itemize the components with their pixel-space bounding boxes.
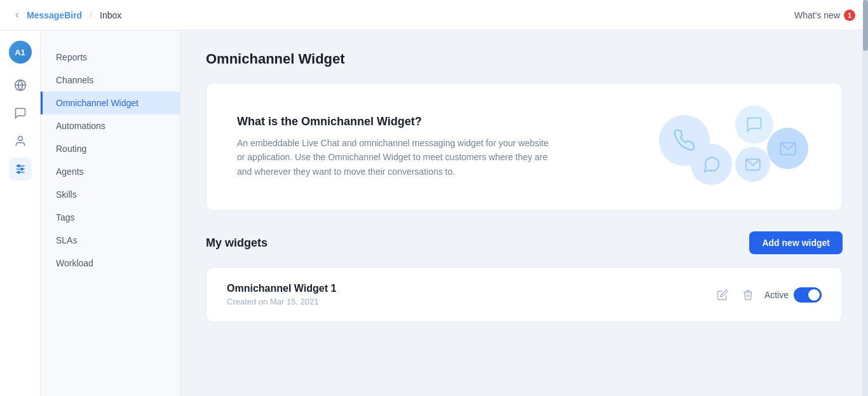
nav-item-channels[interactable]: Channels bbox=[41, 69, 180, 92]
whats-new-label: What's new bbox=[794, 10, 840, 20]
main-content: Omnichannel Widget What is the Omnichann… bbox=[180, 31, 868, 396]
sidebar-icon-person[interactable] bbox=[9, 130, 32, 153]
nav-item-slas[interactable]: SLAs bbox=[41, 229, 180, 252]
avatar[interactable]: A1 bbox=[9, 41, 32, 64]
sidebar-icon-chat[interactable] bbox=[9, 102, 32, 125]
scrollbar-track[interactable] bbox=[863, 0, 868, 396]
svg-point-8 bbox=[17, 171, 19, 173]
widget-created-date: Created on Mar 15, 2021 bbox=[227, 297, 336, 306]
hero-card: What is the Omnichannel Widget? An embed… bbox=[206, 83, 843, 211]
scrollbar-thumb[interactable] bbox=[863, 0, 868, 51]
nav-item-skills[interactable]: Skills bbox=[41, 183, 180, 206]
globe-icon bbox=[14, 79, 27, 92]
nav-item-workload[interactable]: Workload bbox=[41, 252, 180, 275]
email-icon bbox=[779, 140, 797, 158]
hero-description: An embeddable Live Chat and omnichannel … bbox=[237, 136, 555, 179]
add-new-widget-button[interactable]: Add new widget bbox=[749, 231, 843, 254]
whats-new-button[interactable]: What's new 1 bbox=[794, 10, 855, 21]
nav-sidebar: Reports Channels Omnichannel Widget Auto… bbox=[41, 31, 180, 396]
widget-card: Omnichannel Widget 1 Created on Mar 15, … bbox=[206, 267, 843, 322]
delete-widget-button[interactable] bbox=[739, 286, 757, 304]
edit-widget-button[interactable] bbox=[714, 286, 731, 304]
deco-chat-circle bbox=[735, 106, 773, 144]
nav-item-routing[interactable]: Routing bbox=[41, 137, 180, 160]
phone-icon bbox=[673, 129, 696, 152]
nav-item-reports[interactable]: Reports bbox=[41, 46, 180, 69]
back-button[interactable] bbox=[13, 11, 22, 20]
widget-name: Omnichannel Widget 1 bbox=[227, 283, 336, 294]
mail-icon bbox=[745, 156, 761, 173]
svg-point-6 bbox=[17, 165, 19, 167]
svg-point-2 bbox=[18, 137, 22, 141]
hero-text: What is the Omnichannel Widget? An embed… bbox=[237, 115, 555, 179]
hero-illustration bbox=[634, 109, 811, 185]
hero-title: What is the Omnichannel Widget? bbox=[237, 115, 555, 128]
nav-item-automations[interactable]: Automations bbox=[41, 114, 180, 137]
nav-item-omnichannel-widget[interactable]: Omnichannel Widget bbox=[41, 92, 180, 114]
chat-icon bbox=[14, 107, 27, 119]
nav-item-tags[interactable]: Tags bbox=[41, 206, 180, 229]
widget-actions: Active bbox=[714, 286, 822, 304]
svg-point-7 bbox=[20, 168, 22, 170]
nav-item-agents[interactable]: Agents bbox=[41, 160, 180, 183]
widgets-section-header: My widgets Add new widget bbox=[206, 231, 843, 254]
edit-icon bbox=[717, 289, 728, 301]
active-label: Active bbox=[764, 290, 789, 300]
chat-bubble-icon bbox=[745, 116, 763, 133]
page-title: Omnichannel Widget bbox=[206, 51, 843, 67]
widget-toggle[interactable] bbox=[794, 287, 822, 303]
sidebar-icon-globe[interactable] bbox=[9, 74, 32, 97]
whats-new-badge: 1 bbox=[844, 10, 855, 21]
sidebar-icon-settings[interactable] bbox=[9, 158, 32, 181]
topbar: MessageBird / Inbox What's new 1 bbox=[0, 0, 868, 31]
deco-chat2-circle bbox=[691, 144, 732, 185]
icon-sidebar: A1 bbox=[0, 31, 41, 396]
breadcrumb-separator: / bbox=[90, 10, 92, 20]
avatar-initials: A1 bbox=[15, 48, 25, 57]
deco-email-circle bbox=[767, 128, 808, 169]
widgets-section-title: My widgets bbox=[206, 236, 268, 250]
brand-label[interactable]: MessageBird bbox=[27, 10, 82, 20]
widget-status: Active bbox=[764, 287, 822, 303]
widget-info: Omnichannel Widget 1 Created on Mar 15, … bbox=[227, 283, 336, 306]
person-icon bbox=[14, 135, 27, 147]
sliders-icon bbox=[14, 163, 27, 175]
chevron-left-icon bbox=[13, 11, 22, 20]
toggle-slider bbox=[794, 287, 822, 303]
main-layout: A1 bbox=[0, 31, 868, 396]
topbar-left: MessageBird / Inbox bbox=[13, 10, 121, 20]
topbar-right: What's new 1 bbox=[794, 10, 855, 21]
trash-icon bbox=[742, 289, 754, 301]
message-circle-icon bbox=[702, 155, 721, 174]
deco-email2-circle bbox=[735, 147, 770, 182]
page-label: Inbox bbox=[100, 10, 121, 20]
